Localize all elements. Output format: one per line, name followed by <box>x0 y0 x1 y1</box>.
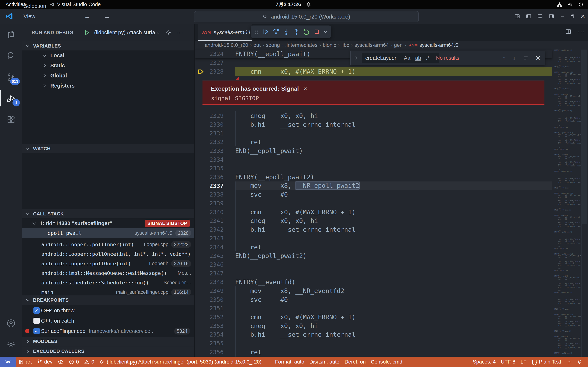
breakpoint-row[interactable]: ✓SurfaceFlinger.cppframeworks/native/ser… <box>22 327 194 335</box>
chevron-down-icon[interactable] <box>323 29 328 34</box>
sidebar-item-source-control[interactable]: 613 <box>0 67 22 88</box>
code-line[interactable]: 2328 cmn x0, #(MAX_ERRNO + 1) <box>195 67 552 76</box>
debug-config-dropdown[interactable]: (lldbclient.py) Attach surfa <box>94 30 155 36</box>
editor-scrollbar[interactable] <box>581 50 588 357</box>
sidebar-item-extensions[interactable] <box>0 109 22 130</box>
close-find-icon[interactable]: ✕ <box>536 54 541 62</box>
call-stack-frame[interactable]: android::scheduler::Scheduler::run()Sche… <box>22 278 194 287</box>
restore-button[interactable] <box>567 11 578 22</box>
nav-back-icon[interactable]: ← <box>84 12 91 20</box>
code-line[interactable]: 2356 ret <box>195 348 552 357</box>
breadcrumb-file[interactable]: syscalls-arm64.S <box>419 42 458 48</box>
account-button[interactable] <box>0 313 22 334</box>
step-over-icon[interactable] <box>272 28 280 35</box>
code-line[interactable]: 2329 cneg x0, x0, hi <box>195 111 552 120</box>
section-modules[interactable]: MODULES <box>22 337 194 346</box>
breadcrumb-item[interactable]: soong <box>266 42 280 48</box>
toggle-secondary-sidebar-icon[interactable] <box>546 11 557 22</box>
split-editor-icon[interactable] <box>565 28 571 35</box>
breadcrumb-item[interactable]: syscalls-arm64 <box>355 42 389 48</box>
match-case-icon[interactable]: Aa <box>404 55 410 61</box>
code-line[interactable]: 2341 cneg x0, x0, hi <box>195 217 552 225</box>
sidebar-item-explorer[interactable] <box>0 24 22 45</box>
code-line[interactable]: 2333END(__epoll_pwait) <box>195 146 552 155</box>
call-stack-frame[interactable]: android::impl::MessageQueue::waitMessage… <box>22 268 194 278</box>
code-line[interactable]: 2339 <box>195 199 552 208</box>
code-line[interactable]: 2347 <box>195 269 552 278</box>
minimap[interactable]: ENTRY(__epoll_pwait) cmn x0, #(MAX_ERRNO… <box>554 50 582 357</box>
section-excluded-callers[interactable]: EXCLUDED CALLERS <box>22 347 194 356</box>
gear-icon[interactable] <box>165 30 172 36</box>
sidebar-item-search[interactable] <box>0 45 22 67</box>
status-item-lf[interactable]: LF <box>518 359 529 365</box>
status-item-spaces[interactable]: Spaces: 4 <box>470 359 498 365</box>
call-stack-thread[interactable]: 1: tid=14330 "surfaceflinger" SIGNAL SIG… <box>22 218 194 228</box>
status-item-dev[interactable]: dev <box>34 357 55 367</box>
clock[interactable]: 7月2 17:26 <box>276 1 301 8</box>
code-line[interactable]: 2344 ret <box>195 243 552 251</box>
status-item-0[interactable]: 0 <box>66 357 82 367</box>
call-stack-frame[interactable]: mainmain_surfaceflinger.cpp166:14 <box>22 287 194 295</box>
remote-indicator[interactable]: >< <box>0 357 16 367</box>
code-line[interactable]: 2338 svc #0 <box>195 190 552 199</box>
step-out-icon[interactable] <box>293 28 300 35</box>
code-line[interactable]: 2343 <box>195 234 552 243</box>
breadcrumb-item[interactable]: gen <box>394 42 403 48</box>
call-stack-frame[interactable]: android::Looper::pollOnce(int, int*, int… <box>22 249 194 259</box>
code-line[interactable]: 2337 mov x8, __NR_epoll_pwait2 <box>195 182 552 190</box>
status-item-deref[interactable]: Deref: on <box>342 357 368 367</box>
section-watch[interactable]: WATCH <box>22 144 194 153</box>
power-icon[interactable] <box>578 2 584 7</box>
status-item[interactable] <box>564 359 574 365</box>
menu-view[interactable]: View <box>19 11 51 21</box>
toggle-replace-icon[interactable] <box>354 56 358 60</box>
breadcrumb-item[interactable]: android-15.0.0_r20 <box>205 42 248 48</box>
code-line[interactable]: 2353 cneg x0, x0, hi <box>195 322 552 330</box>
breadcrumb-item[interactable]: out <box>253 42 260 48</box>
code-line[interactable]: 2340 cmn x0, #(MAX_ERRNO + 1) <box>195 208 552 217</box>
drag-grip-icon[interactable] <box>254 29 259 34</box>
code-line[interactable]: 2351 <box>195 304 552 313</box>
find-previous-icon[interactable]: ↑ <box>503 55 506 62</box>
chevron-down-icon[interactable] <box>155 30 161 35</box>
step-into-icon[interactable] <box>282 28 290 35</box>
customize-layout-icon[interactable] <box>511 11 523 22</box>
nav-forward-icon[interactable]: → <box>104 12 110 20</box>
more-actions-icon[interactable]: ··· <box>578 28 585 35</box>
call-stack-frame[interactable]: android::Looper::pollInner(int)Looper.cp… <box>22 240 194 249</box>
code-line[interactable]: 2354 b.hi __set_errno_internal <box>195 330 552 339</box>
variables-item-global[interactable]: Global <box>22 71 194 81</box>
code-line[interactable]: 2355 <box>195 339 552 348</box>
call-stack-frame[interactable]: __epoll_pwaitsyscalls-arm64.S2328 <box>22 228 194 238</box>
restart-icon[interactable] <box>303 28 310 35</box>
status-item-plain-text[interactable]: { }Plain Text <box>529 359 564 365</box>
sidebar-item-run-and-debug[interactable]: 1 <box>0 88 22 109</box>
code-line[interactable]: 2350 svc #0 <box>195 295 552 304</box>
regex-icon[interactable]: .* <box>426 55 429 61</box>
breakpoint-checkbox[interactable] <box>34 318 40 324</box>
code-line[interactable]: 2331 <box>195 129 552 138</box>
status-item[interactable] <box>55 357 66 367</box>
network-icon[interactable] <box>557 2 562 7</box>
status-item--lldbclient-py-attach-surfaceflinger-port[interactable]: (lldbclient.py) Attach surfaceflinger (p… <box>97 357 264 367</box>
section-breakpoints[interactable]: BREAKPOINTS <box>22 295 194 305</box>
breadcrumb-item[interactable]: .intermediates <box>285 42 318 48</box>
breakpoint-checkbox[interactable]: ✓ <box>34 328 40 334</box>
continue-icon[interactable] <box>262 28 269 35</box>
stop-icon[interactable] <box>313 28 320 35</box>
toggle-panel-icon[interactable] <box>534 11 546 22</box>
code-line[interactable]: 2349 mov x8, __NR_eventfd2 <box>195 286 552 295</box>
code-line[interactable]: 2342 b.hi __set_errno_internal <box>195 225 552 234</box>
find-next-icon[interactable]: ↓ <box>513 55 516 62</box>
code-editor[interactable]: 2327 2328 cmn x0, #(MAX_ERRNO + 1) Excep… <box>195 50 552 357</box>
breadcrumb-item[interactable]: bionic <box>323 42 336 48</box>
code-line[interactable]: 2336ENTRY(__epoll_pwait2) <box>195 173 552 182</box>
status-item-0[interactable]: 0 <box>81 357 97 367</box>
notification-bell-icon[interactable] <box>306 2 311 7</box>
status-item-disasm[interactable]: Disasm: auto <box>307 357 342 367</box>
code-line[interactable]: 2335 <box>195 164 552 173</box>
section-variables[interactable]: VARIABLES <box>22 41 194 50</box>
find-in-selection-icon[interactable] <box>523 55 528 61</box>
variables-item-static[interactable]: Static <box>22 60 194 71</box>
breakpoint-row[interactable]: ✓C++: on throw <box>22 306 194 315</box>
